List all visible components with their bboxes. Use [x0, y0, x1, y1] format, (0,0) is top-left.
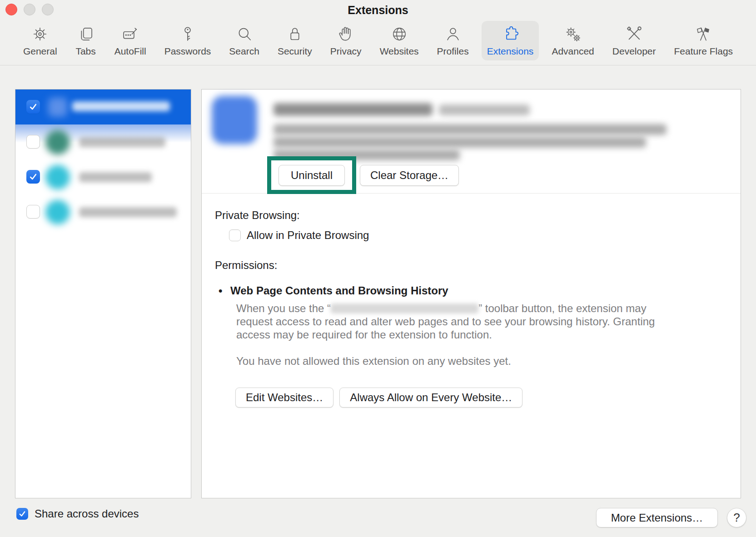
extension-description-redacted [274, 124, 666, 135]
globe-icon [389, 24, 410, 45]
share-across-devices-label: Share across devices [35, 507, 139, 520]
allow-private-browsing-label: Allow in Private Browsing [247, 229, 369, 242]
tab-passwords[interactable]: Passwords [159, 21, 217, 60]
extension-icon-redacted [45, 165, 70, 189]
websites-note: You have not allowed this extension on a… [236, 355, 741, 368]
window-title: Extensions [0, 0, 756, 20]
permissions-label: Permissions: [215, 259, 741, 272]
extension-title-redacted [274, 103, 433, 116]
extension-name-redacted [79, 137, 165, 147]
tab-general[interactable]: General [18, 21, 63, 60]
extension-name-redacted [79, 172, 152, 182]
permission-item: • Web Page Contents and Browsing History [219, 284, 741, 297]
tab-autofill[interactable]: AutoFill [109, 21, 152, 60]
extension-name-redacted [79, 207, 177, 217]
check-icon [29, 172, 38, 181]
gears-icon [562, 24, 583, 45]
extension-enabled-checkbox[interactable] [26, 135, 40, 149]
tab-feature-flags[interactable]: Feature Flags [669, 21, 739, 60]
share-across-devices-checkbox[interactable] [16, 508, 28, 520]
extension-enabled-checkbox[interactable] [26, 100, 40, 114]
tab-security[interactable]: Security [272, 21, 318, 60]
tab-label: Tabs [75, 46, 95, 57]
extension-list [15, 89, 191, 498]
tab-label: Search [229, 46, 259, 57]
tab-label: Feature Flags [674, 46, 733, 57]
lock-icon [284, 24, 305, 45]
tab-tabs[interactable]: Tabs [70, 21, 102, 60]
autofill-icon [120, 24, 141, 45]
tools-icon [624, 24, 645, 45]
extension-icon-redacted [45, 130, 70, 154]
extension-enabled-checkbox[interactable] [26, 170, 40, 184]
tab-profiles[interactable]: Profiles [432, 21, 474, 60]
tab-label: Extensions [487, 46, 534, 57]
footer-bar: Share across devices More Extensions… ? [0, 507, 756, 528]
more-extensions-button[interactable]: More Extensions… [596, 508, 718, 527]
clear-storage-button[interactable]: Clear Storage… [360, 165, 459, 186]
check-icon [29, 102, 38, 111]
tab-websites[interactable]: Websites [374, 21, 424, 60]
website-buttons-row: Edit Websites… Always Allow on Every Web… [235, 388, 741, 408]
tab-label: Security [278, 46, 312, 57]
tab-developer[interactable]: Developer [607, 21, 662, 60]
gear-icon [30, 24, 50, 45]
tab-label: Developer [612, 46, 656, 57]
private-browsing-label: Private Browsing: [215, 209, 741, 222]
extension-detail-body: Private Browsing: Allow in Private Brows… [202, 194, 741, 408]
tab-label: Profiles [437, 46, 469, 57]
tab-label: Passwords [164, 46, 211, 57]
edit-websites-button[interactable]: Edit Websites… [235, 388, 333, 408]
extension-icon-redacted [45, 200, 70, 224]
always-allow-button[interactable]: Always Allow on Every Website… [339, 388, 522, 408]
search-icon [234, 24, 255, 45]
tab-label: General [23, 46, 57, 57]
extension-enabled-checkbox[interactable] [26, 205, 40, 219]
hand-icon [335, 24, 356, 45]
safari-settings-window: Extensions General Tabs [0, 0, 756, 537]
extension-list-item-3[interactable] [15, 159, 191, 194]
tab-privacy[interactable]: Privacy [325, 21, 367, 60]
check-icon [18, 510, 26, 518]
extension-list-item-2[interactable] [15, 124, 191, 159]
extension-name-redacted [72, 101, 170, 111]
close-window-button[interactable] [5, 4, 17, 15]
extension-name-redacted [331, 303, 478, 313]
tab-extensions[interactable]: Extensions [482, 21, 539, 60]
share-across-devices-row: Share across devices [16, 507, 139, 520]
allow-private-browsing-checkbox[interactable] [229, 229, 241, 241]
toolbar-divider [0, 65, 756, 65]
tab-label: AutoFill [114, 46, 146, 57]
tab-label: Websites [380, 46, 419, 57]
tabs-icon [75, 24, 96, 45]
extension-list-item-1[interactable] [15, 90, 191, 124]
permission-description: When you use the “” toolbar button, the … [236, 302, 668, 341]
extension-description-redacted [274, 137, 646, 148]
allow-private-browsing-row: Allow in Private Browsing [229, 229, 741, 242]
extension-detail-panel: Uninstall Clear Storage… Private Browsin… [201, 89, 741, 498]
tab-search[interactable]: Search [224, 21, 265, 60]
extensions-pane: Uninstall Clear Storage… Private Browsin… [0, 71, 756, 537]
extension-icon-redacted [48, 98, 67, 117]
annotation-highlight-box: Uninstall [267, 156, 356, 194]
uninstall-button[interactable]: Uninstall [279, 165, 345, 186]
flags-icon [693, 24, 714, 45]
tab-label: Advanced [552, 46, 594, 57]
zoom-window-button[interactable] [42, 4, 54, 15]
extension-list-item-4[interactable] [15, 194, 191, 229]
minimize-window-button[interactable] [24, 4, 35, 15]
permission-text-before: When you use the “ [236, 302, 331, 314]
tab-label: Privacy [330, 46, 362, 57]
tab-advanced[interactable]: Advanced [546, 21, 599, 60]
titlebar: Extensions [0, 0, 756, 19]
traffic-lights [5, 4, 54, 15]
extension-icon-redacted [212, 96, 257, 144]
puzzle-icon [500, 24, 521, 45]
key-icon [177, 24, 198, 45]
permission-title: Web Page Contents and Browsing History [230, 284, 448, 297]
extension-version-redacted [439, 104, 530, 115]
extension-detail-header: Uninstall Clear Storage… [202, 90, 741, 194]
bullet-glyph: • [219, 284, 230, 297]
settings-toolbar: General Tabs AutoFill [0, 19, 756, 65]
help-button[interactable]: ? [727, 508, 746, 527]
